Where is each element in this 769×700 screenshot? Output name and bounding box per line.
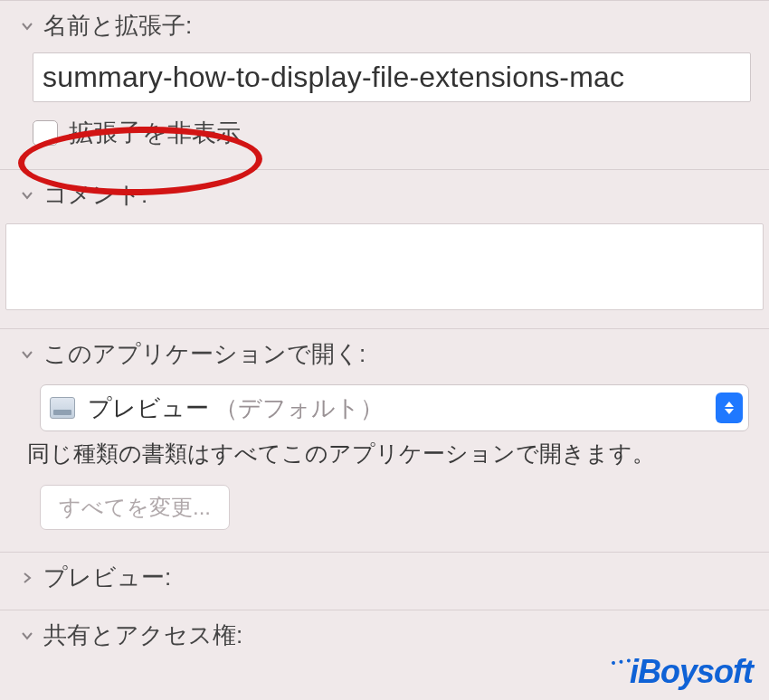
open-with-select[interactable]: プレビュー （デフォルト） <box>40 384 749 431</box>
section-header-name-extension[interactable]: 名前と拡張子: <box>0 6 769 49</box>
section-name-extension: 名前と拡張子: summary-how-to-display-file-exte… <box>0 0 769 169</box>
filename-input[interactable]: summary-how-to-display-file-extensions-m… <box>33 52 751 102</box>
section-preview: プレビュー: <box>0 552 769 610</box>
section-header-preview[interactable]: プレビュー: <box>0 558 769 601</box>
open-with-app-name: プレビュー <box>88 393 209 424</box>
preview-app-icon <box>50 397 75 419</box>
section-title: このアプリケーションで開く: <box>43 338 366 370</box>
open-with-description: 同じ種類の書類はすべてこのアプリケーションで開きます。 <box>27 439 749 468</box>
change-all-button[interactable]: すべてを変更... <box>40 485 230 530</box>
hide-extension-checkbox[interactable] <box>33 120 58 146</box>
section-header-comment[interactable]: コメント: <box>0 175 769 218</box>
chevron-right-icon <box>20 571 36 585</box>
section-title: プレビュー: <box>43 562 171 593</box>
section-open-with: このアプリケーションで開く: プレビュー （デフォルト） 同じ種類の書類はすべて… <box>0 328 769 552</box>
open-with-default-suffix: （デフォルト） <box>214 393 384 424</box>
hide-extension-label: 拡張子を非表示 <box>69 117 241 149</box>
change-all-label: すべてを変更... <box>59 495 211 519</box>
section-title: 名前と拡張子: <box>43 10 192 42</box>
watermark-text: iBoysoft <box>630 653 753 690</box>
filename-value: summary-how-to-display-file-extensions-m… <box>43 61 624 93</box>
chevron-down-icon <box>20 188 36 203</box>
comment-textarea[interactable] <box>5 223 764 310</box>
section-comment: コメント: <box>0 169 769 328</box>
chevron-down-icon <box>20 629 36 643</box>
hide-extension-row[interactable]: 拡張子を非表示 <box>33 115 250 151</box>
watermark-logo: iBoysoft <box>606 653 753 691</box>
section-title: コメント: <box>43 179 147 211</box>
section-header-sharing[interactable]: 共有とアクセス権: <box>0 616 769 658</box>
chevron-down-icon <box>20 347 36 362</box>
updown-arrows-icon <box>716 393 743 423</box>
section-header-open-with[interactable]: このアプリケーションで開く: <box>0 335 769 377</box>
section-title: 共有とアクセス権: <box>43 620 242 651</box>
chevron-down-icon <box>20 19 36 33</box>
